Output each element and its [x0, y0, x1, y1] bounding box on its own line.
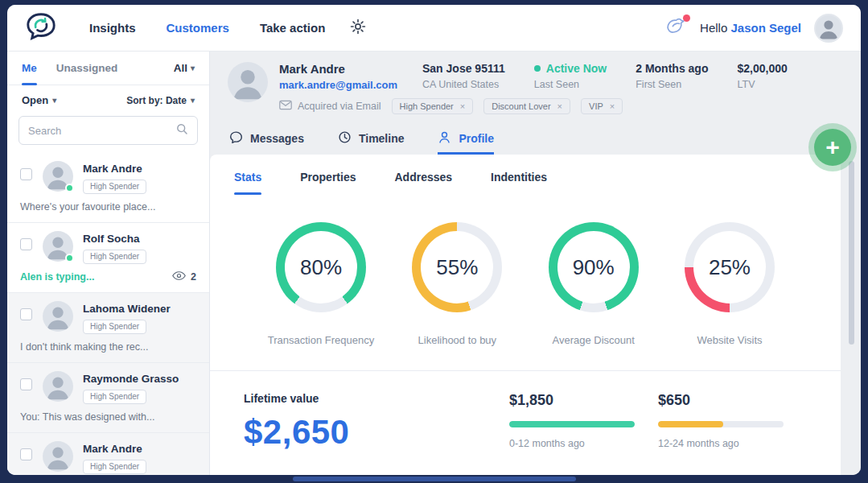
donut-chart: 90% — [549, 222, 639, 312]
vertical-scrollbar[interactable] — [849, 161, 854, 345]
conversation-item[interactable]: Mark Andre High Spender Where's your fav… — [7, 153, 209, 223]
user-avatar[interactable] — [814, 14, 843, 43]
contact-name: Mark Andre — [83, 163, 146, 175]
tag-label: VIP — [589, 101, 603, 111]
profile-card: Stats Properties Addresses Indentities 8… — [210, 155, 841, 475]
sidebar-tab-unassigned[interactable]: Unassigned — [56, 52, 118, 85]
contact-badge: High Spender — [83, 390, 146, 404]
app-frame: Insights Customers Take action — [0, 0, 868, 483]
add-button[interactable]: + — [814, 129, 851, 166]
gauge-website-visits: 25% Website Visits — [665, 222, 794, 346]
tab-timeline[interactable]: Timeline — [338, 124, 405, 155]
customer-ltv: $2,00,000 LTV — [737, 62, 787, 91]
conversation-head: Mark Andre High Spender — [83, 441, 146, 474]
tab-profile-label: Profile — [459, 132, 494, 145]
chevron-down-icon: ▾ — [52, 96, 56, 105]
conversation-checkbox[interactable] — [20, 168, 32, 180]
message-preview: I don't think making the rec... — [20, 341, 196, 353]
period-amount: $1,850 — [509, 392, 658, 409]
tab-messages[interactable]: Messages — [229, 124, 304, 155]
eye-icon — [172, 271, 186, 283]
sidebar-tab-all[interactable]: All ▾ — [174, 52, 195, 85]
remove-tag-icon[interactable]: × — [557, 101, 562, 111]
status-filter-label: Open — [22, 94, 48, 106]
conversation-item[interactable]: Rolf Socha High Spender Alen is typing..… — [7, 223, 209, 293]
frame-bottom-accent — [293, 477, 576, 481]
customer-tag: VIP × — [581, 98, 623, 114]
subtab-identities[interactable]: Indentities — [491, 171, 547, 195]
user-greeting: Hello Jason Segel — [700, 21, 801, 35]
conversation-checkbox[interactable] — [20, 308, 32, 320]
settings-button[interactable] — [349, 18, 367, 39]
remove-tag-icon[interactable]: × — [610, 101, 615, 111]
sort-by-dropdown[interactable]: Sort by: Date ▾ — [126, 95, 195, 106]
message-preview: You: This was designed with... — [20, 411, 196, 423]
active-status-text: Active Now — [546, 62, 607, 75]
conversation-item[interactable]: Raymonde Grasso High Spender You: This w… — [7, 363, 209, 433]
contact-badge: High Spender — [83, 320, 146, 334]
lifetime-period-0-12: $1,850 0-12 months ago — [509, 392, 658, 449]
conversation-checkbox[interactable] — [20, 448, 32, 460]
contact-badge: High Spender — [83, 250, 146, 264]
avatar — [43, 371, 73, 402]
sidebar-tab-me[interactable]: Me — [22, 52, 37, 85]
nav-item-customers[interactable]: Customers — [167, 21, 229, 35]
lifetime-amount: $2,650 — [244, 413, 509, 452]
customer-meta-row: Acquired via Email High Spender × Discou… — [279, 98, 843, 114]
period-bar-fill — [658, 421, 723, 427]
period-bar — [658, 421, 784, 427]
conversation-head: Raymonde Grasso High Spender — [83, 371, 179, 404]
content-wrap: Stats Properties Addresses Indentities 8… — [210, 155, 861, 475]
conversation-item-top: Mark Andre High Spender — [20, 161, 196, 194]
conversation-checkbox[interactable] — [20, 378, 32, 390]
customer-email-link[interactable]: mark.andre@gmail.com — [279, 79, 422, 91]
brand-logo-icon — [25, 12, 57, 44]
avatar-wrap — [43, 161, 73, 192]
tag-label: Discount Lover — [492, 101, 550, 111]
customer-identity: Mark Andre mark.andre@gmail.com — [279, 62, 422, 91]
customer-tag: High Spender × — [392, 98, 474, 114]
active-status: Active Now — [534, 62, 607, 75]
user-name[interactable]: Jason Segel — [730, 21, 801, 35]
conversation-head: Mark Andre High Spender — [83, 161, 146, 194]
acquired-via-text: Acquired via Email — [298, 101, 381, 112]
nav-item-insights[interactable]: Insights — [89, 21, 136, 35]
conversation-item[interactable]: Lahoma Widener High Spender I don't thin… — [7, 293, 209, 363]
typing-indicator: Alen is typing... — [20, 271, 94, 283]
brand-logo[interactable] — [25, 12, 57, 44]
avatar-wrap — [43, 231, 73, 262]
person-icon — [438, 130, 451, 147]
chevron-down-icon: ▾ — [191, 64, 195, 72]
lifetime-period-12-24: $650 12-24 months ago — [658, 392, 807, 449]
sidebar-tab-me-label: Me — [22, 62, 37, 74]
app-window: Insights Customers Take action — [7, 5, 861, 475]
remove-tag-icon[interactable]: × — [460, 101, 465, 111]
conversation-item-top: Rolf Socha High Spender — [20, 231, 196, 264]
subtab-properties[interactable]: Properties — [300, 171, 356, 195]
nav-item-take-action[interactable]: Take action — [260, 21, 325, 35]
body-row: Me Unassigned All ▾ Open ▾ — [7, 52, 861, 475]
conversation-list: Mark Andre High Spender Where's your fav… — [7, 153, 209, 475]
conversation-checkbox[interactable] — [20, 238, 32, 250]
ltv-label: LTV — [737, 79, 787, 90]
subtab-stats[interactable]: Stats — [234, 171, 261, 195]
lifetime-total: Lifetime value $2,650 — [244, 392, 509, 452]
greeting-text: Hello — [700, 21, 727, 35]
tab-profile[interactable]: Profile — [438, 124, 494, 155]
notifications-button[interactable] — [665, 16, 687, 39]
subtab-addresses[interactable]: Addresses — [394, 171, 452, 195]
search-input[interactable] — [28, 125, 175, 137]
donut-chart: 80% — [276, 222, 366, 312]
conversation-item[interactable]: Mark Andre High Spender — [7, 433, 209, 475]
sidebar-tab-unassigned-label: Unassigned — [56, 62, 118, 74]
plus-icon: + — [825, 135, 840, 159]
chevron-down-icon: ▾ — [191, 96, 195, 105]
contact-name: Raymonde Grasso — [83, 373, 179, 385]
online-status-dot — [65, 254, 74, 262]
gauge-percent: 55% — [421, 231, 493, 303]
gauge-label: Transaction Frequency — [268, 334, 374, 346]
customer-summary-row: Mark Andre mark.andre@gmail.com San Jose… — [279, 62, 843, 91]
customer-first-seen: 2 Months ago First Seen — [636, 62, 708, 91]
status-filter-dropdown[interactable]: Open ▾ — [22, 94, 56, 106]
conversation-item-top: Lahoma Widener High Spender — [20, 301, 196, 334]
